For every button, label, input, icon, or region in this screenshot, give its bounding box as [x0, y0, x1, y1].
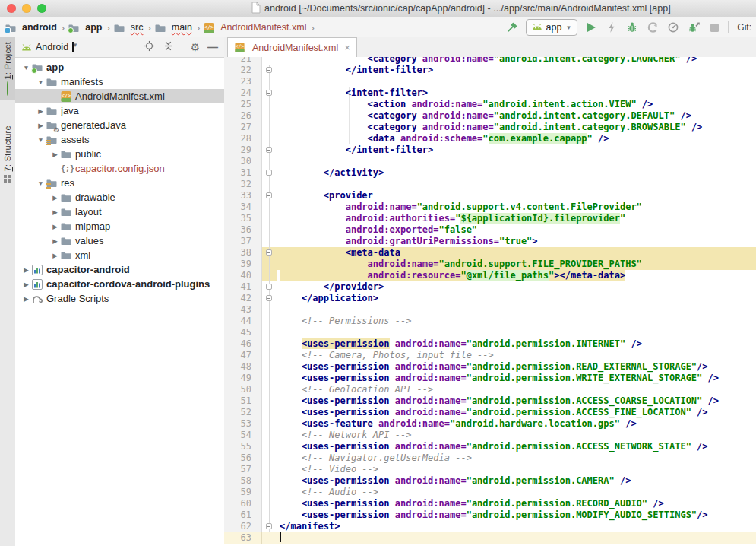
chevron-right-icon[interactable]: ▶ — [50, 151, 60, 158]
tree-item-capacitor-cordova-android-plugins[interactable]: ▶capacitor-cordova-android-plugins — [15, 277, 224, 291]
json-icon: {;} — [60, 163, 72, 175]
tree-item-assets[interactable]: ▼assets — [15, 132, 224, 147]
fold-marker-icon[interactable] — [262, 521, 277, 532]
chevron-right-icon[interactable]: ▶ — [50, 252, 60, 259]
profiler-gauge-icon[interactable] — [666, 21, 680, 34]
fold-gutter — [262, 133, 277, 144]
tree-item-capacitor-android[interactable]: ▶capacitor-android — [15, 262, 224, 277]
chevron-right-icon[interactable]: ▶ — [21, 266, 31, 274]
fold-marker-icon[interactable] — [262, 281, 277, 293]
fold-gutter — [262, 373, 277, 384]
profile-icon[interactable] — [646, 21, 660, 34]
code-text: <meta-data — [277, 247, 756, 259]
code-line-57: 57 <!-- Video --> — [224, 464, 756, 475]
folder-android-icon — [5, 22, 16, 33]
attach-debugger-icon[interactable] — [687, 21, 701, 34]
tree-item-manifests[interactable]: ▼manifests — [15, 75, 224, 89]
build-hammer-icon[interactable] — [505, 21, 519, 34]
run-configuration-label: app — [546, 22, 562, 33]
run-play-icon[interactable] — [584, 21, 598, 34]
zoom-window-button[interactable] — [37, 4, 46, 13]
tree-item-public[interactable]: ▶public — [15, 147, 224, 161]
gear-icon[interactable]: ⚙ — [190, 42, 200, 52]
code-text: </application> — [277, 293, 756, 304]
chevron-right-icon[interactable]: ▶ — [36, 107, 46, 115]
breadcrumb-label: AndroidManifest.xml — [220, 22, 306, 33]
line-number: 50 — [224, 384, 262, 395]
tool-stripe-button-structure[interactable]: 7: Structure — [0, 121, 15, 186]
line-number: 31 — [224, 167, 262, 179]
fold-gutter — [262, 236, 277, 247]
chevron-right-icon[interactable]: ▶ — [36, 122, 46, 129]
breadcrumb-item-AndroidManifest.xml[interactable]: </>AndroidManifest.xml — [203, 22, 306, 33]
folder-app-icon — [31, 62, 43, 74]
debug-bug-icon[interactable] — [625, 21, 639, 34]
chevron-right-icon[interactable]: ▶ — [50, 223, 60, 230]
code-line-33: 33 <provider — [224, 190, 756, 202]
tree-item-gradle-scripts[interactable]: ▶Gradle Scripts — [15, 291, 224, 306]
minimize-window-button[interactable] — [22, 4, 31, 13]
tree-item-xml[interactable]: ▶xml — [15, 248, 224, 262]
tree-item-java[interactable]: ▶java — [15, 103, 224, 118]
tree-item-androidmanifest-xml[interactable]: </>AndroidManifest.xml — [15, 89, 224, 103]
project-icon — [7, 82, 8, 96]
tree-item-label: xml — [75, 249, 90, 261]
code-text: <uses-feature android:name="android.hard… — [277, 418, 756, 430]
tree-item-layout[interactable]: ▶layout — [15, 205, 224, 219]
folder-gen-icon: ⚙ — [46, 119, 58, 132]
apply-changes-icon[interactable] — [605, 21, 618, 34]
breadcrumb-item-app[interactable]: app — [68, 22, 102, 33]
chevron-down-icon[interactable]: ▼ — [36, 78, 46, 86]
tree-item-values[interactable]: ▶values — [15, 233, 224, 248]
fold-marker-icon[interactable] — [262, 247, 277, 259]
tool-stripe-button-project[interactable]: 1: Project — [0, 37, 15, 100]
chevron-down-icon[interactable]: ▼ — [36, 179, 46, 187]
fold-marker-icon[interactable] — [262, 190, 277, 202]
tree-item-generatedjava[interactable]: ▶⚙generatedJava — [15, 118, 224, 132]
fold-marker-icon[interactable] — [262, 87, 277, 99]
tree-item-drawable[interactable]: ▶drawable — [15, 190, 224, 205]
line-number: 61 — [224, 509, 262, 521]
fold-marker-icon[interactable] — [262, 65, 277, 76]
code-line-45: 45 — [224, 327, 756, 338]
locate-icon[interactable] — [144, 40, 155, 55]
code-line-39: 39 android:name="android.support.FILE_PR… — [224, 259, 756, 270]
breadcrumb-item-src[interactable]: src — [113, 22, 144, 33]
fold-gutter — [262, 407, 277, 418]
run-configuration-dropdown[interactable]: app ▼ — [526, 19, 578, 36]
window-title-area: android [~/Documents/src/ionic/cap/capAp… — [251, 0, 671, 17]
fold-marker-icon[interactable] — [262, 144, 277, 156]
chevron-right-icon[interactable]: ▶ — [21, 281, 31, 288]
chevron-down-icon[interactable]: ▼ — [36, 136, 46, 144]
tree-item-label: AndroidManifest.xml — [75, 90, 165, 102]
line-number: 44 — [224, 316, 262, 327]
line-number: 51 — [224, 395, 262, 407]
tree-item-capacitor-config-json[interactable]: {;}capacitor.config.json — [15, 161, 224, 176]
chevron-down-icon[interactable]: ▼ — [21, 64, 31, 71]
fold-marker-icon[interactable] — [262, 293, 277, 304]
tool-stripe-label: 7: Structure — [3, 125, 12, 171]
chevron-right-icon[interactable]: ▶ — [21, 295, 31, 303]
tree-item-app[interactable]: ▼app — [15, 60, 224, 75]
collapse-all-icon[interactable] — [163, 40, 174, 55]
chevron-right-icon[interactable]: ▶ — [50, 194, 60, 202]
tree-item-mipmap[interactable]: ▶mipmap — [15, 219, 224, 233]
project-view-selector[interactable]: Android — [36, 42, 68, 52]
code-line-36: 36 android:exported="false" — [224, 224, 756, 236]
stop-icon[interactable] — [707, 21, 721, 34]
android-head-icon — [532, 22, 542, 33]
breadcrumb-item-android[interactable]: android — [5, 22, 57, 33]
code-editor[interactable]: 21 <category android:name="android.inten… — [224, 57, 756, 546]
fold-gutter — [262, 156, 277, 167]
chevron-right-icon[interactable]: ▶ — [50, 208, 60, 216]
fold-marker-icon[interactable] — [262, 167, 277, 179]
close-window-button[interactable] — [7, 4, 16, 13]
chevron-right-icon[interactable]: ▶ — [50, 237, 60, 245]
tree-item-res[interactable]: ▼res — [15, 176, 224, 190]
tab-androidmanifest[interactable]: </> AndroidManifest.xml × — [227, 37, 357, 57]
code-text: android:name="android.support.v4.content… — [277, 202, 756, 213]
breadcrumb-item-main[interactable]: main — [154, 22, 192, 33]
hide-panel-icon[interactable]: — — [207, 41, 218, 53]
close-tab-icon[interactable]: × — [344, 42, 350, 53]
tree-item-label: generatedJava — [61, 119, 126, 131]
